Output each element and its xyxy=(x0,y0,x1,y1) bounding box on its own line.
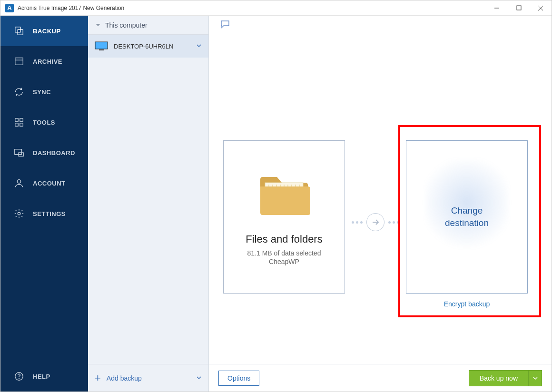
svg-rect-1 xyxy=(517,6,521,10)
content-topbar xyxy=(209,16,552,35)
chevron-down-icon xyxy=(196,374,202,382)
close-button[interactable] xyxy=(530,0,552,16)
encrypt-backup-link[interactable]: Encrypt backup xyxy=(406,300,528,308)
svg-rect-10 xyxy=(15,123,18,126)
sidebar: BACKUP ARCHIVE SYNC TOOLS DASHBOARD xyxy=(0,16,88,392)
app-icon-letter: A xyxy=(7,4,11,11)
sidebar-item-backup[interactable]: BACKUP xyxy=(0,16,88,46)
svg-rect-6 xyxy=(15,58,23,65)
settings-icon xyxy=(14,208,24,219)
source-subtitle-1: 81.1 MB of data selected xyxy=(247,249,321,257)
window-title: Acronis True Image 2017 New Generation xyxy=(18,5,124,11)
archive-icon xyxy=(14,56,24,67)
destination-ghost-text xyxy=(466,247,468,255)
sidebar-item-label: BACKUP xyxy=(33,28,61,35)
svg-point-15 xyxy=(18,212,20,215)
svg-rect-19 xyxy=(99,49,104,50)
app-icon: A xyxy=(5,4,14,12)
backup-now-dropdown[interactable] xyxy=(529,370,542,386)
main-area: Files and folders 81.1 MB of data select… xyxy=(209,35,552,364)
account-icon xyxy=(14,178,24,188)
sidebar-item-label: ARCHIVE xyxy=(33,58,62,65)
svg-rect-9 xyxy=(20,118,23,121)
dashboard-icon xyxy=(14,147,24,158)
options-button[interactable]: Options xyxy=(218,371,259,386)
svg-point-17 xyxy=(19,378,20,379)
svg-rect-8 xyxy=(15,118,18,121)
sidebar-item-label: SETTINGS xyxy=(33,210,66,217)
sidebar-item-label: TOOLS xyxy=(33,119,55,126)
sidebar-item-sync[interactable]: SYNC xyxy=(0,77,88,107)
add-backup-label: Add backup xyxy=(107,374,142,382)
svg-rect-12 xyxy=(15,149,22,155)
backup-list-item[interactable]: DESKTOP-6UHR6LN xyxy=(88,35,208,58)
sidebar-item-label: DASHBOARD xyxy=(33,149,75,157)
svg-rect-11 xyxy=(20,123,23,126)
list-header[interactable]: This computer xyxy=(88,16,208,35)
backup-destination-card[interactable]: Change destination xyxy=(406,140,528,294)
backup-now-button[interactable]: Back up now xyxy=(469,370,542,386)
collapse-icon xyxy=(96,24,100,26)
titlebar: A Acronis True Image 2017 New Generation xyxy=(0,0,552,16)
backup-now-label: Back up now xyxy=(469,370,529,386)
sidebar-item-help[interactable]: HELP xyxy=(0,361,88,392)
monitor-icon xyxy=(95,41,108,51)
folder-icon xyxy=(256,172,313,222)
add-backup-button[interactable]: + Add backup xyxy=(88,364,208,392)
sidebar-item-archive[interactable]: ARCHIVE xyxy=(0,46,88,77)
minimize-button[interactable] xyxy=(486,0,508,16)
tools-icon xyxy=(14,117,24,127)
svg-rect-18 xyxy=(95,42,108,49)
sidebar-item-dashboard[interactable]: DASHBOARD xyxy=(0,137,88,168)
source-title: Files and folders xyxy=(246,233,322,245)
content-footer: Options Back up now xyxy=(209,364,552,392)
sidebar-item-label: HELP xyxy=(33,373,50,380)
arrow-connector xyxy=(350,213,401,232)
sidebar-item-label: SYNC xyxy=(33,88,51,96)
backup-icon xyxy=(14,26,24,36)
sidebar-item-settings[interactable]: SETTINGS xyxy=(0,198,88,229)
sync-icon xyxy=(14,87,24,97)
plus-icon: + xyxy=(95,372,101,384)
maximize-button[interactable] xyxy=(508,0,530,16)
sidebar-item-account[interactable]: ACCOUNT xyxy=(0,168,88,198)
backup-list-panel: This computer DESKTOP-6UHR6LN + Add back… xyxy=(88,16,209,392)
list-header-label: This computer xyxy=(105,21,148,29)
svg-point-14 xyxy=(17,180,20,183)
source-subtitle-2: CheapWP xyxy=(269,258,299,265)
chevron-down-icon xyxy=(196,43,202,50)
content-area: Files and folders 81.1 MB of data select… xyxy=(209,16,552,392)
comment-icon[interactable] xyxy=(220,20,230,30)
help-icon xyxy=(14,371,24,382)
change-destination-label: Change destination xyxy=(445,205,489,229)
backup-item-label: DESKTOP-6UHR6LN xyxy=(114,43,173,50)
sidebar-item-tools[interactable]: TOOLS xyxy=(0,107,88,137)
sidebar-item-label: ACCOUNT xyxy=(33,180,66,187)
arrow-right-icon xyxy=(366,213,384,231)
backup-source-card[interactable]: Files and folders 81.1 MB of data select… xyxy=(223,140,345,294)
